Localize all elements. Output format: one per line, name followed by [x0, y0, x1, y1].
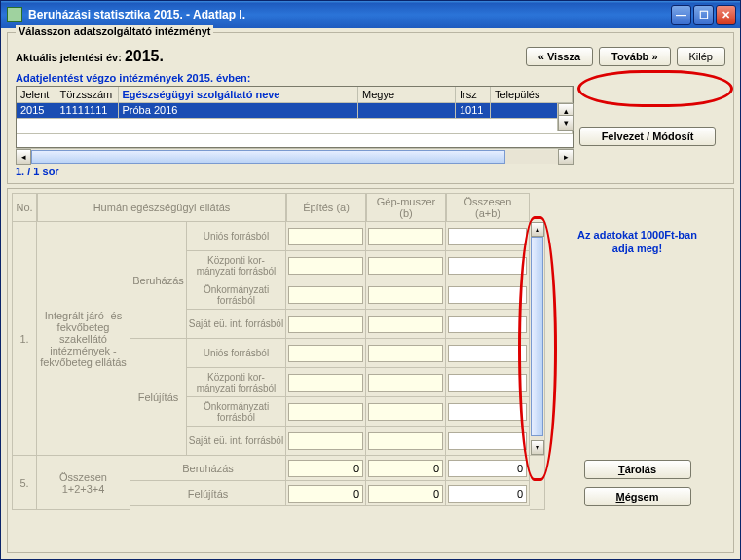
table-row[interactable]: 2015 11111111 Próba 2016 1011 [17, 102, 573, 118]
maximize-button[interactable]: ☐ [693, 5, 714, 25]
input-b[interactable] [368, 257, 443, 275]
cell-nev: Próba 2016 [118, 102, 358, 118]
phase-label: Felújítás [130, 339, 187, 456]
scroll-up-icon[interactable]: ▴ [531, 222, 544, 237]
total-sum[interactable] [448, 460, 527, 477]
close-button[interactable]: ✕ [716, 5, 736, 25]
scroll-right-icon[interactable]: ▸ [558, 149, 574, 165]
scroll-down-icon[interactable]: ▾ [531, 440, 544, 455]
total-a[interactable] [288, 485, 363, 503]
input-b[interactable] [368, 432, 443, 450]
cell-irsz: 1011 [456, 102, 491, 118]
input-a[interactable] [288, 257, 363, 275]
scroll-down-icon[interactable]: ▾ [558, 115, 574, 131]
input-a[interactable] [288, 228, 363, 245]
cell-megye [358, 102, 456, 118]
input-sum[interactable] [448, 316, 527, 333]
section-desc: Integrált járó- és fekvőbeteg szakellátó… [37, 222, 130, 456]
col-jelent[interactable]: Jelent [17, 87, 56, 102]
input-a[interactable] [288, 286, 363, 304]
source-label: Önkormányzati forrásból [187, 280, 286, 310]
input-b[interactable] [368, 374, 443, 392]
cell-jelent: 2015 [17, 102, 56, 118]
total-a[interactable] [288, 460, 363, 477]
section-no: 1. [12, 222, 37, 456]
input-sum[interactable] [448, 345, 527, 362]
cell-torzs: 11111111 [56, 102, 118, 118]
window-title: Beruházási statisztika 2015. - Adatlap I… [28, 8, 671, 21]
header-a: Építés (a) [286, 193, 366, 222]
hint-text: Az adatokat 1000Ft-ban adja meg! [553, 228, 722, 256]
edit-button[interactable]: Felvezet / Módosít [579, 127, 716, 146]
phase-label: Beruházás [130, 222, 187, 339]
scroll-left-icon[interactable]: ◂ [16, 149, 31, 165]
header-no: No. [12, 193, 37, 222]
header-human: Humán egészségügyi ellátás [37, 193, 286, 222]
total-b[interactable] [368, 485, 443, 503]
header-b: Gép-muszer (b) [366, 193, 446, 222]
titlebar: Beruházási statisztika 2015. - Adatlap I… [1, 1, 740, 28]
input-b[interactable] [368, 345, 443, 362]
grid-title: Adatjelentést végzo intézmények 2015. év… [16, 72, 725, 84]
grid-horizontal-scrollbar[interactable]: ◂ ▸ [16, 148, 574, 164]
source-label: Uniós forrásból [187, 222, 286, 251]
source-label: Saját eü. int. forrásból [187, 310, 286, 339]
input-a[interactable] [288, 403, 363, 421]
table-row[interactable] [17, 118, 573, 133]
input-a[interactable] [288, 432, 363, 450]
source-label: Központi kor- mányzati forrásból [187, 368, 286, 397]
col-nev[interactable]: Egészségügyi szolgáltató neve [118, 87, 358, 102]
year-label: Aktuális jelentési év: [16, 52, 125, 63]
year-value: 2015. [125, 48, 164, 64]
app-window: Beruházási statisztika 2015. - Adatlap I… [0, 0, 741, 560]
input-b[interactable] [368, 316, 443, 333]
exit-button[interactable]: Kilép [677, 47, 725, 66]
cancel-button[interactable]: Mégsem [584, 487, 691, 506]
source-label: Uniós forrásból [187, 339, 286, 368]
col-torzs[interactable]: Törzsszám [56, 87, 118, 102]
input-sum[interactable] [448, 374, 527, 392]
form-vertical-scrollbar[interactable]: ▴ ▾ [530, 222, 545, 456]
form-header: No. Humán egészségügyi ellátás Építés (a… [12, 193, 729, 222]
input-a[interactable] [288, 374, 363, 392]
total-sum[interactable] [448, 485, 527, 503]
input-sum[interactable] [448, 403, 527, 421]
input-b[interactable] [368, 228, 443, 245]
input-sum[interactable] [448, 257, 527, 275]
totals-no: 5. [12, 456, 37, 510]
input-a[interactable] [288, 345, 363, 362]
input-sum[interactable] [448, 228, 527, 245]
col-megye[interactable]: Megye [358, 87, 456, 102]
app-icon [7, 7, 22, 22]
row-count: 1. / 1 sor [16, 166, 574, 177]
scroll-thumb[interactable] [31, 150, 505, 164]
header-sum: Összesen (a+b) [446, 193, 530, 222]
group-legend: Válasszon adatszolgáltató intézményt [16, 25, 213, 37]
col-telep[interactable]: Település [491, 87, 573, 102]
input-sum[interactable] [448, 432, 527, 450]
input-b[interactable] [368, 286, 443, 304]
data-entry-group: No. Humán egészségügyi ellátás Építés (a… [7, 188, 734, 553]
total-b[interactable] [368, 460, 443, 477]
totals-phase: Felújítás [130, 481, 286, 506]
input-sum[interactable] [448, 286, 527, 304]
scroll-thumb[interactable] [531, 237, 543, 436]
totals-phase: Beruházás [130, 456, 286, 481]
totals-desc: Összesen 1+2+3+4 [37, 456, 130, 510]
provider-select-group: Válasszon adatszolgáltató intézményt Akt… [7, 32, 734, 184]
source-label: Központi kor- mányzati forrásból [187, 251, 286, 280]
input-a[interactable] [288, 316, 363, 333]
year-label-wrap: Aktuális jelentési év: 2015. [16, 48, 164, 65]
back-button[interactable]: « Vissza [526, 47, 593, 66]
source-label: Saját eü. int. forrásból [187, 427, 286, 456]
source-label: Önkormányzati forrásból [187, 397, 286, 427]
input-b[interactable] [368, 403, 443, 421]
col-irsz[interactable]: Irsz [456, 87, 491, 102]
providers-grid[interactable]: Jelent Törzsszám Egészségügyi szolgáltat… [16, 86, 574, 148]
save-button[interactable]: Tárolás [584, 460, 691, 479]
grid-vertical-scrollbar[interactable]: ▴ ▾ [557, 103, 573, 131]
next-button[interactable]: Tovább » [599, 47, 670, 66]
minimize-button[interactable]: — [671, 5, 691, 25]
